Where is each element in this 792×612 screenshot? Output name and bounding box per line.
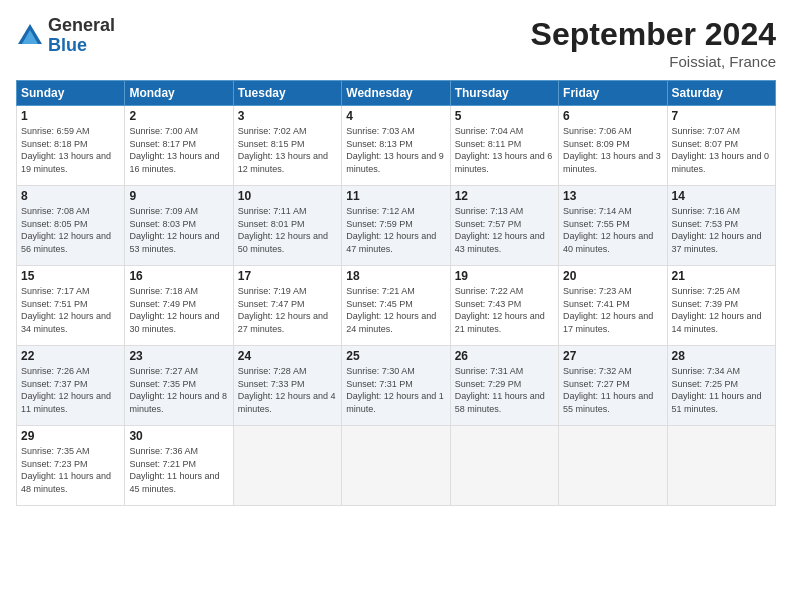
- weekday-header-row: Sunday Monday Tuesday Wednesday Thursday…: [17, 81, 776, 106]
- header-saturday: Saturday: [667, 81, 775, 106]
- day-info: Sunrise: 7:16 AMSunset: 7:53 PMDaylight:…: [672, 205, 771, 255]
- day-number: 3: [238, 109, 337, 123]
- calendar-row: 29Sunrise: 7:35 AMSunset: 7:23 PMDayligh…: [17, 426, 776, 506]
- table-row: 29Sunrise: 7:35 AMSunset: 7:23 PMDayligh…: [17, 426, 125, 506]
- table-row: 11Sunrise: 7:12 AMSunset: 7:59 PMDayligh…: [342, 186, 450, 266]
- day-info: Sunrise: 7:30 AMSunset: 7:31 PMDaylight:…: [346, 365, 445, 415]
- day-info: Sunrise: 7:18 AMSunset: 7:49 PMDaylight:…: [129, 285, 228, 335]
- header-friday: Friday: [559, 81, 667, 106]
- day-info: Sunrise: 7:26 AMSunset: 7:37 PMDaylight:…: [21, 365, 120, 415]
- page: General Blue September 2024 Foissiat, Fr…: [0, 0, 792, 612]
- day-info: Sunrise: 7:23 AMSunset: 7:41 PMDaylight:…: [563, 285, 662, 335]
- table-row: 15Sunrise: 7:17 AMSunset: 7:51 PMDayligh…: [17, 266, 125, 346]
- day-info: Sunrise: 7:17 AMSunset: 7:51 PMDaylight:…: [21, 285, 120, 335]
- day-number: 20: [563, 269, 662, 283]
- day-number: 2: [129, 109, 228, 123]
- day-number: 10: [238, 189, 337, 203]
- table-row: 16Sunrise: 7:18 AMSunset: 7:49 PMDayligh…: [125, 266, 233, 346]
- day-info: Sunrise: 7:11 AMSunset: 8:01 PMDaylight:…: [238, 205, 337, 255]
- day-info: Sunrise: 7:25 AMSunset: 7:39 PMDaylight:…: [672, 285, 771, 335]
- table-row: 28Sunrise: 7:34 AMSunset: 7:25 PMDayligh…: [667, 346, 775, 426]
- day-info: Sunrise: 6:59 AMSunset: 8:18 PMDaylight:…: [21, 125, 120, 175]
- table-row: 13Sunrise: 7:14 AMSunset: 7:55 PMDayligh…: [559, 186, 667, 266]
- day-number: 18: [346, 269, 445, 283]
- table-row: 21Sunrise: 7:25 AMSunset: 7:39 PMDayligh…: [667, 266, 775, 346]
- day-number: 8: [21, 189, 120, 203]
- header-tuesday: Tuesday: [233, 81, 341, 106]
- day-number: 29: [21, 429, 120, 443]
- logo-blue: Blue: [48, 36, 115, 56]
- table-row: 10Sunrise: 7:11 AMSunset: 8:01 PMDayligh…: [233, 186, 341, 266]
- day-info: Sunrise: 7:27 AMSunset: 7:35 PMDaylight:…: [129, 365, 228, 415]
- month-title: September 2024: [531, 16, 776, 53]
- header-sunday: Sunday: [17, 81, 125, 106]
- table-row: [559, 426, 667, 506]
- table-row: 22Sunrise: 7:26 AMSunset: 7:37 PMDayligh…: [17, 346, 125, 426]
- day-number: 12: [455, 189, 554, 203]
- day-number: 1: [21, 109, 120, 123]
- table-row: [342, 426, 450, 506]
- day-number: 14: [672, 189, 771, 203]
- table-row: 20Sunrise: 7:23 AMSunset: 7:41 PMDayligh…: [559, 266, 667, 346]
- logo-text: General Blue: [48, 16, 115, 56]
- day-number: 13: [563, 189, 662, 203]
- title-block: September 2024 Foissiat, France: [531, 16, 776, 70]
- day-number: 30: [129, 429, 228, 443]
- day-info: Sunrise: 7:09 AMSunset: 8:03 PMDaylight:…: [129, 205, 228, 255]
- table-row: 9Sunrise: 7:09 AMSunset: 8:03 PMDaylight…: [125, 186, 233, 266]
- day-number: 19: [455, 269, 554, 283]
- day-info: Sunrise: 7:21 AMSunset: 7:45 PMDaylight:…: [346, 285, 445, 335]
- day-number: 11: [346, 189, 445, 203]
- day-info: Sunrise: 7:22 AMSunset: 7:43 PMDaylight:…: [455, 285, 554, 335]
- day-number: 9: [129, 189, 228, 203]
- header-thursday: Thursday: [450, 81, 558, 106]
- table-row: 6Sunrise: 7:06 AMSunset: 8:09 PMDaylight…: [559, 106, 667, 186]
- day-info: Sunrise: 7:04 AMSunset: 8:11 PMDaylight:…: [455, 125, 554, 175]
- day-info: Sunrise: 7:13 AMSunset: 7:57 PMDaylight:…: [455, 205, 554, 255]
- table-row: [233, 426, 341, 506]
- table-row: 26Sunrise: 7:31 AMSunset: 7:29 PMDayligh…: [450, 346, 558, 426]
- day-number: 23: [129, 349, 228, 363]
- day-info: Sunrise: 7:00 AMSunset: 8:17 PMDaylight:…: [129, 125, 228, 175]
- day-number: 15: [21, 269, 120, 283]
- day-info: Sunrise: 7:34 AMSunset: 7:25 PMDaylight:…: [672, 365, 771, 415]
- table-row: 17Sunrise: 7:19 AMSunset: 7:47 PMDayligh…: [233, 266, 341, 346]
- day-info: Sunrise: 7:07 AMSunset: 8:07 PMDaylight:…: [672, 125, 771, 175]
- table-row: 5Sunrise: 7:04 AMSunset: 8:11 PMDaylight…: [450, 106, 558, 186]
- table-row: [450, 426, 558, 506]
- table-row: 23Sunrise: 7:27 AMSunset: 7:35 PMDayligh…: [125, 346, 233, 426]
- table-row: 19Sunrise: 7:22 AMSunset: 7:43 PMDayligh…: [450, 266, 558, 346]
- day-number: 28: [672, 349, 771, 363]
- day-info: Sunrise: 7:06 AMSunset: 8:09 PMDaylight:…: [563, 125, 662, 175]
- day-info: Sunrise: 7:14 AMSunset: 7:55 PMDaylight:…: [563, 205, 662, 255]
- logo: General Blue: [16, 16, 115, 56]
- day-number: 25: [346, 349, 445, 363]
- day-number: 26: [455, 349, 554, 363]
- calendar-row: 1Sunrise: 6:59 AMSunset: 8:18 PMDaylight…: [17, 106, 776, 186]
- table-row: 18Sunrise: 7:21 AMSunset: 7:45 PMDayligh…: [342, 266, 450, 346]
- table-row: 27Sunrise: 7:32 AMSunset: 7:27 PMDayligh…: [559, 346, 667, 426]
- day-info: Sunrise: 7:03 AMSunset: 8:13 PMDaylight:…: [346, 125, 445, 175]
- table-row: 12Sunrise: 7:13 AMSunset: 7:57 PMDayligh…: [450, 186, 558, 266]
- table-row: 14Sunrise: 7:16 AMSunset: 7:53 PMDayligh…: [667, 186, 775, 266]
- table-row: 7Sunrise: 7:07 AMSunset: 8:07 PMDaylight…: [667, 106, 775, 186]
- logo-icon: [16, 22, 44, 50]
- day-number: 7: [672, 109, 771, 123]
- day-number: 22: [21, 349, 120, 363]
- table-row: [667, 426, 775, 506]
- header-monday: Monday: [125, 81, 233, 106]
- table-row: 3Sunrise: 7:02 AMSunset: 8:15 PMDaylight…: [233, 106, 341, 186]
- table-row: 4Sunrise: 7:03 AMSunset: 8:13 PMDaylight…: [342, 106, 450, 186]
- location: Foissiat, France: [531, 53, 776, 70]
- calendar-row: 8Sunrise: 7:08 AMSunset: 8:05 PMDaylight…: [17, 186, 776, 266]
- table-row: 24Sunrise: 7:28 AMSunset: 7:33 PMDayligh…: [233, 346, 341, 426]
- day-number: 6: [563, 109, 662, 123]
- calendar-row: 15Sunrise: 7:17 AMSunset: 7:51 PMDayligh…: [17, 266, 776, 346]
- day-number: 4: [346, 109, 445, 123]
- day-info: Sunrise: 7:19 AMSunset: 7:47 PMDaylight:…: [238, 285, 337, 335]
- day-info: Sunrise: 7:35 AMSunset: 7:23 PMDaylight:…: [21, 445, 120, 495]
- table-row: 1Sunrise: 6:59 AMSunset: 8:18 PMDaylight…: [17, 106, 125, 186]
- day-number: 21: [672, 269, 771, 283]
- header: General Blue September 2024 Foissiat, Fr…: [16, 16, 776, 70]
- day-info: Sunrise: 7:12 AMSunset: 7:59 PMDaylight:…: [346, 205, 445, 255]
